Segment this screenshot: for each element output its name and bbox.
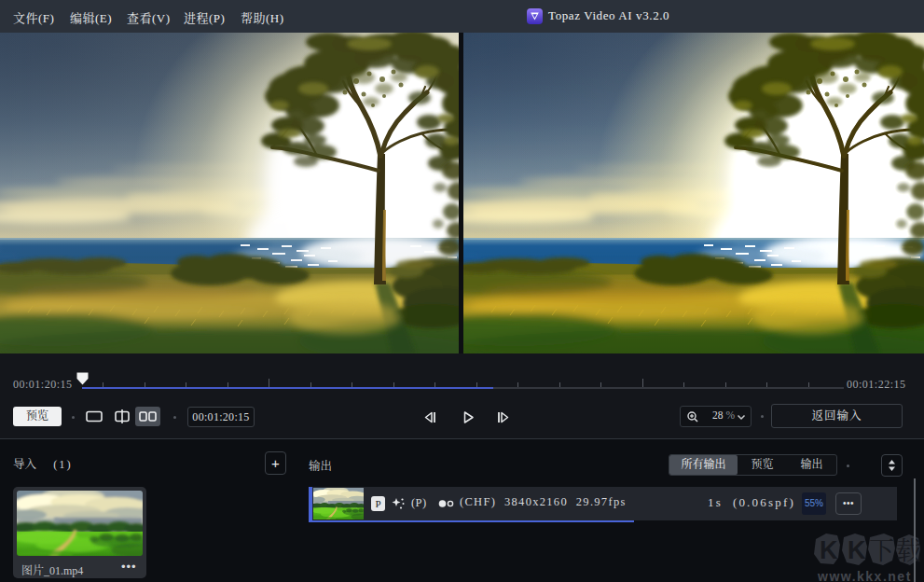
svg-text:K: K [820,536,838,564]
svg-text:K: K [848,536,866,564]
svg-text:下: 下 [869,537,894,565]
svg-text:载: 载 [896,537,921,565]
